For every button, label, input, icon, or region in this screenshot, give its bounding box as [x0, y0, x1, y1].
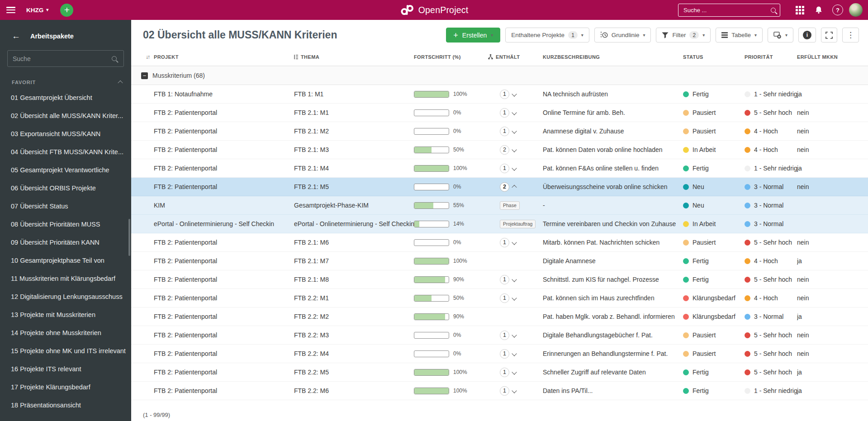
- table-row[interactable]: FTB 2: Patientenportal FTB 2.1: M2 0% 1 …: [131, 122, 868, 141]
- cell-status[interactable]: Fertig: [683, 257, 745, 265]
- cell-progress[interactable]: 0%: [414, 350, 488, 357]
- column-header-status[interactable]: STATUS: [683, 54, 745, 60]
- cell-thema[interactable]: FTB 2.1: M3: [294, 146, 414, 153]
- cell-status[interactable]: Fertig: [683, 165, 745, 172]
- create-button[interactable]: + Erstellen ▾: [446, 28, 500, 43]
- cell-erfuellt-mkkn[interactable]: ja: [797, 90, 868, 98]
- cell-thema[interactable]: FTB 2.2: M1: [294, 294, 414, 302]
- cell-progress[interactable]: 0%: [414, 184, 488, 190]
- cell-erfuellt-mkkn[interactable]: nein: [797, 239, 868, 246]
- cell-thema[interactable]: FTB 2.1: M5: [294, 183, 414, 190]
- cell-priority[interactable]: 3 - Normal: [745, 220, 797, 227]
- cell-erfuellt-mkkn[interactable]: nein: [797, 146, 868, 153]
- cell-contains[interactable]: 1: [488, 238, 543, 247]
- cell-project[interactable]: FTB 2: Patientenportal: [154, 239, 294, 246]
- cell-erfuellt-mkkn[interactable]: nein: [797, 276, 868, 283]
- cell-priority[interactable]: 3 - Normal: [745, 202, 797, 209]
- filter-button[interactable]: Filter 2 ▾: [656, 28, 711, 43]
- cell-description[interactable]: Pat. können sich im Haus zurechtfinden: [543, 294, 683, 302]
- cell-description[interactable]: Daten ins PA/Til...: [543, 387, 683, 394]
- cell-status[interactable]: In Arbeit: [683, 220, 745, 227]
- contains-count-badge[interactable]: 1: [500, 127, 509, 136]
- cell-thema[interactable]: FTB 2.1: M2: [294, 128, 414, 135]
- chevron-icon[interactable]: [512, 295, 517, 300]
- cell-status[interactable]: Pausiert: [683, 331, 745, 339]
- table-row[interactable]: FTB 2: Patientenportal FTB 2.2: M6 100% …: [131, 382, 868, 400]
- apps-grid-button[interactable]: [790, 0, 809, 20]
- cell-priority[interactable]: 1 - Sehr niedrig: [745, 165, 797, 172]
- cell-project[interactable]: FTB 2: Patientenportal: [154, 146, 294, 153]
- cell-project[interactable]: FTB 1: Notaufnahme: [154, 90, 294, 98]
- contains-count-badge[interactable]: 1: [500, 275, 509, 284]
- sidebar-item[interactable]: 07 Übersicht Status: [0, 197, 131, 215]
- cell-thema[interactable]: FTB 2.2: M6: [294, 387, 414, 394]
- cell-thema[interactable]: FTB 2.1: M7: [294, 257, 414, 265]
- cell-erfuellt-mkkn[interactable]: ja: [797, 313, 868, 320]
- cell-progress[interactable]: 50%: [414, 295, 488, 302]
- info-button[interactable]: i: [798, 28, 816, 43]
- cell-contains[interactable]: 1: [488, 127, 543, 136]
- insert-widget-button[interactable]: ▾: [768, 28, 793, 43]
- cell-thema[interactable]: ePortal - Onlineterminierung - Self Chec…: [294, 220, 414, 227]
- sidebar-item[interactable]: 16 Projekte ITS relevant: [0, 360, 131, 378]
- cell-description[interactable]: Mitarb. können Pat. Nachrichten schicken: [543, 239, 683, 246]
- user-avatar[interactable]: [849, 3, 863, 17]
- cell-project[interactable]: FTB 2: Patientenportal: [154, 369, 294, 376]
- cell-status[interactable]: Pausiert: [683, 128, 745, 135]
- cell-contains[interactable]: Phase: [488, 201, 543, 210]
- baseline-button[interactable]: Grundlinie ▾: [594, 28, 651, 43]
- cell-status[interactable]: Pausiert: [683, 109, 745, 116]
- cell-status[interactable]: Fertig: [683, 90, 745, 98]
- table-row[interactable]: FTB 2: Patientenportal FTB 2.2: M4 0% 1 …: [131, 345, 868, 363]
- cell-project[interactable]: FTB 2: Patientenportal: [154, 109, 294, 116]
- favorites-section-header[interactable]: FAVORIT: [0, 71, 131, 89]
- openproject-logo[interactable]: OpenProject: [400, 0, 469, 20]
- sidebar-item[interactable]: 05 Gesamtprojekt Verantwortliche: [0, 161, 131, 179]
- table-row[interactable]: FTB 1: Notaufnahme FTB 1: M1 100% 1 NA t…: [131, 85, 868, 104]
- table-row[interactable]: FTB 2: Patientenportal FTB 2.2: M2 90% P…: [131, 307, 868, 326]
- cell-contains[interactable]: 1: [488, 293, 543, 303]
- cell-priority[interactable]: 4 - Hoch: [745, 146, 797, 153]
- table-row[interactable]: FTB 2: Patientenportal FTB 2.2: M3 0% 1 …: [131, 326, 868, 345]
- cell-description[interactable]: Digitale Behandlungstagebücher f. Pat.: [543, 331, 683, 339]
- contains-count-badge[interactable]: 1: [500, 331, 509, 340]
- back-arrow-icon[interactable]: ←: [12, 32, 20, 40]
- cell-priority[interactable]: 5 - Sehr hoch: [745, 109, 797, 116]
- cell-progress[interactable]: 100%: [414, 388, 488, 394]
- notifications-button[interactable]: [809, 0, 828, 20]
- cell-thema[interactable]: FTB 2.1: M8: [294, 276, 414, 283]
- cell-description[interactable]: Schnittstl. zum KIS für nachgel. Prozess…: [543, 276, 683, 283]
- cell-priority[interactable]: 4 - Hoch: [745, 294, 797, 302]
- contains-count-badge[interactable]: 2: [500, 145, 509, 155]
- cell-progress[interactable]: 90%: [414, 276, 488, 283]
- hamburger-menu-icon[interactable]: [6, 7, 15, 13]
- cell-priority[interactable]: 5 - Sehr hoch: [745, 369, 797, 376]
- cell-priority[interactable]: 5 - Sehr hoch: [745, 350, 797, 357]
- global-search[interactable]: [678, 4, 780, 17]
- cell-erfuellt-mkkn[interactable]: ja: [797, 369, 868, 376]
- cell-thema[interactable]: FTB 2.2: M4: [294, 350, 414, 357]
- sidebar-item[interactable]: 06 Übersicht ORBIS Projekte: [0, 179, 131, 197]
- cell-status[interactable]: Pausiert: [683, 239, 745, 246]
- table-row[interactable]: FTB 2: Patientenportal FTB 2.1: M1 0% 1 …: [131, 104, 868, 122]
- chevron-icon[interactable]: [512, 91, 517, 96]
- cell-description[interactable]: Termine vereinbaren und Checkin von Zuha…: [543, 220, 683, 227]
- cell-status[interactable]: Neu: [683, 202, 745, 209]
- cell-description[interactable]: Digitale Anamnese: [543, 257, 683, 265]
- cell-contains[interactable]: 2: [488, 182, 543, 192]
- sidebar-item[interactable]: 10 Gesamtprojektphase Teil von: [0, 251, 131, 270]
- global-create-button[interactable]: +: [60, 4, 73, 17]
- sidebar-item[interactable]: 09 Übersicht Prioritäten KANN: [0, 233, 131, 251]
- contains-count-badge[interactable]: 1: [500, 349, 509, 359]
- cell-description[interactable]: NA technisch aufrüsten: [543, 90, 683, 98]
- chevron-icon[interactable]: [512, 110, 517, 115]
- table-row[interactable]: FTB 2: Patientenportal FTB 2.2: M5 100% …: [131, 363, 868, 382]
- cell-priority[interactable]: 5 - Sehr hoch: [745, 276, 797, 283]
- column-header-enthaelt[interactable]: ENTHÄLT: [488, 54, 543, 60]
- cell-priority[interactable]: 4 - Hoch: [745, 257, 797, 265]
- table-row[interactable]: FTB 2: Patientenportal FTB 2.1: M4 100% …: [131, 159, 868, 178]
- contains-count-badge[interactable]: 1: [500, 90, 509, 99]
- cell-contains[interactable]: 1: [488, 368, 543, 377]
- cell-erfuellt-mkkn[interactable]: nein: [797, 331, 868, 339]
- sidebar-item[interactable]: 18 Präsentationsansicht: [0, 396, 131, 414]
